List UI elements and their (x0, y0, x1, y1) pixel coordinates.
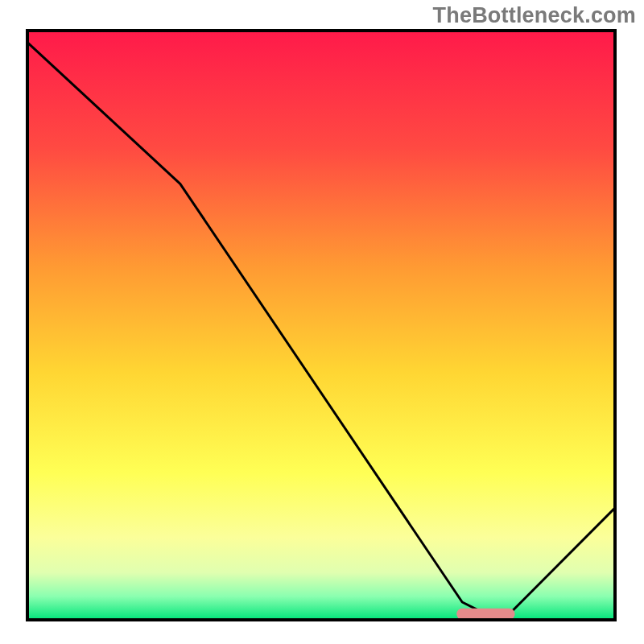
chart-svg (0, 0, 644, 644)
plot-background (27, 31, 615, 620)
watermark-text: TheBottleneck.com (433, 3, 636, 28)
bottleneck-chart: TheBottleneck.com (0, 0, 644, 644)
